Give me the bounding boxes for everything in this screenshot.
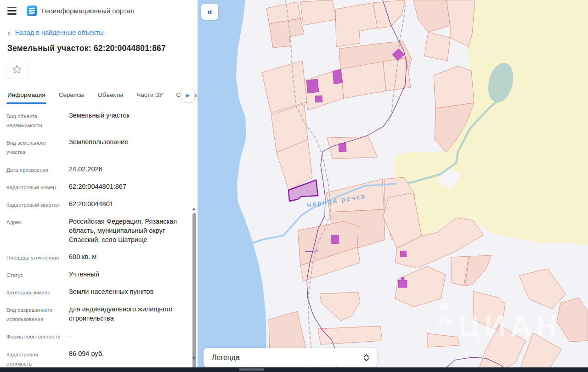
detail-label: Статус <box>6 270 62 280</box>
cadastral-parcel <box>424 32 450 61</box>
bottom-bar-segment <box>239 368 264 371</box>
legend-bar[interactable]: Легенда <box>204 348 377 367</box>
legend-expand-icon[interactable] <box>363 354 369 362</box>
detail-value: 62:20:0044801:867 <box>69 182 126 192</box>
cadastral-parcel <box>427 333 459 347</box>
legend-label: Легенда <box>212 354 363 362</box>
detail-row: СтатусУчтенный <box>6 270 181 280</box>
scroll-down-icon[interactable] <box>192 357 196 360</box>
watermark-pin-icon <box>440 302 449 311</box>
detail-value: 62:20:0044801 <box>69 199 113 209</box>
watermark-pin-legs <box>436 313 453 324</box>
detail-value: 24.02.2026 <box>69 164 102 175</box>
bottom-bar <box>0 367 588 372</box>
panel-scrollbar[interactable] <box>192 103 197 366</box>
back-link-label: Назад в найденные объекты <box>15 29 104 36</box>
detail-value: Земли населенных пунктов <box>69 287 153 297</box>
detail-row: Вид объекта недвижимостиЗемельный участо… <box>6 111 181 130</box>
watermark-text: ЦИАН <box>458 310 562 343</box>
building-footprint <box>331 235 339 244</box>
detail-row: Категория земельЗемли населенных пунктов <box>6 287 181 297</box>
building-footprint <box>400 251 407 257</box>
object-info-panel: Геоинформационный портал ‹ Назад в найде… <box>0 0 198 372</box>
tabs-overflow-button[interactable]: ▶ <box>181 88 195 103</box>
cadastral-parcel <box>373 0 405 28</box>
star-icon <box>11 64 23 75</box>
cadastral-parcel <box>269 18 304 48</box>
tab-3[interactable]: Части ЗУ <box>136 91 163 104</box>
scroll-up-icon[interactable] <box>192 208 196 210</box>
cadastral-parcel <box>300 0 336 25</box>
detail-label: Кадастровый номер <box>6 182 62 192</box>
detail-label: Площадь уточненная <box>6 252 62 262</box>
scrollbar-thumb[interactable] <box>192 213 196 372</box>
cadastral-parcel <box>413 0 450 32</box>
detail-value: Землепользование <box>69 137 128 157</box>
tab-1[interactable]: Сервисы <box>59 91 85 104</box>
app-title: Геоинформационный портал <box>42 7 135 15</box>
building-footprint <box>339 143 346 152</box>
collapse-panel-button[interactable]: « <box>201 4 218 20</box>
page-title: Земельный участок: 62:20:0044801:867 <box>0 36 198 53</box>
panel-header: Геоинформационный портал <box>0 0 198 21</box>
tab-bar: ИнформацияСервисыОбъектыЧасти ЗУСостав ▶ <box>0 87 198 104</box>
detail-label: Вид земельного участка <box>6 137 62 157</box>
detail-label: Вид объекта недвижимости <box>6 111 62 130</box>
detail-row: Форма собственности- <box>6 331 181 341</box>
geoportal-window: Геоинформационный портал ‹ Назад в найде… <box>0 0 588 372</box>
map-area[interactable]: Чёрная речкаЦИАН « Легенда <box>198 0 588 372</box>
detail-row: АдресРоссийская Федерация, Рязанская обл… <box>6 217 181 245</box>
cadastral-parcel <box>335 3 378 47</box>
details-list: Вид объекта недвижимостиЗемельный участо… <box>0 104 198 371</box>
detail-row: Кадастровый квартал62:20:0044801 <box>6 199 181 209</box>
menu-icon[interactable] <box>7 7 17 15</box>
fields-area <box>395 0 588 246</box>
tab-0[interactable]: Информация <box>7 91 45 104</box>
cadastral-parcel <box>465 255 492 286</box>
app-logo-icon <box>27 6 37 16</box>
back-link[interactable]: ‹ Назад в найденные объекты <box>0 21 198 36</box>
detail-label: Вид разрешенного использования <box>6 304 62 324</box>
cadastral-parcel <box>519 269 566 309</box>
building-footprint <box>333 69 343 84</box>
tab-2[interactable]: Объекты <box>98 91 124 104</box>
detail-row: Дата присвоения24.02.2026 <box>6 164 181 175</box>
building-footprint <box>315 96 322 102</box>
detail-label: Адрес <box>6 217 62 245</box>
cadastral-parcel <box>320 292 360 321</box>
detail-row: Вид разрешенного использованиядля индиви… <box>6 304 181 324</box>
detail-value: 600 кв. м <box>69 252 96 262</box>
favorite-button[interactable] <box>6 60 28 79</box>
detail-value: - <box>69 331 71 341</box>
detail-value: для индивидуального жилищного строительс… <box>69 304 181 324</box>
detail-label: Кадастровая стоимость <box>6 349 62 368</box>
detail-label: Кадастровый квартал <box>6 199 62 209</box>
detail-label: Дата присвоения <box>6 164 62 175</box>
detail-label: Категория земель <box>6 287 62 297</box>
detail-value: Российская Федерация, Рязанская область,… <box>69 217 181 245</box>
tabs-container: ИнформацияСервисыОбъектыЧасти ЗУСостав <box>7 91 198 104</box>
back-chevron-icon: ‹ <box>7 29 11 36</box>
cadastral-map-canvas[interactable]: Чёрная речкаЦИАН <box>198 0 588 372</box>
detail-value: Учтенный <box>69 270 99 280</box>
detail-value: 86 094 руб. <box>69 349 104 368</box>
detail-row: Площадь уточненная600 кв. м <box>6 252 181 262</box>
detail-row: Вид земельного участкаЗемлепользование <box>6 137 181 157</box>
river-water-area <box>198 0 266 372</box>
cadastral-parcel <box>434 66 474 108</box>
building-footprint <box>306 79 319 93</box>
detail-value: Земельный участок <box>69 111 130 130</box>
detail-label: Форма собственности <box>6 331 62 341</box>
detail-row: Кадастровая стоимость86 094 руб. <box>6 349 181 368</box>
detail-row: Кадастровый номер62:20:0044801:867 <box>6 182 181 192</box>
